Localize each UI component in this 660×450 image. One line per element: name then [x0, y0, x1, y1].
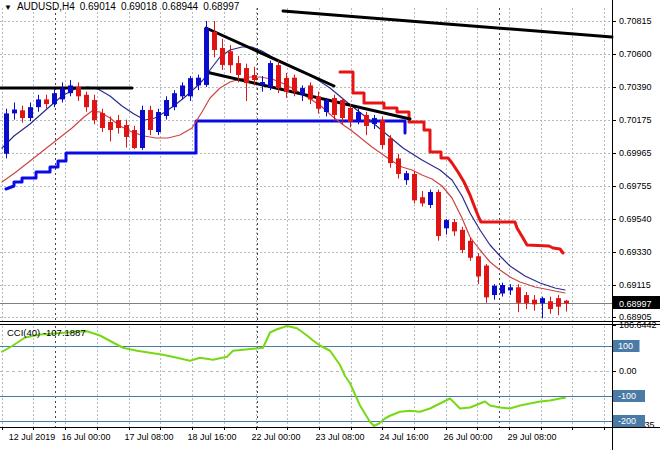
- candle-body: [388, 138, 393, 163]
- indicator-label: CCI(40) -107.1887: [7, 327, 86, 338]
- price-axis-label: 0.69755: [619, 181, 652, 191]
- cci-axis-label: 186.6442: [619, 320, 657, 330]
- candle-body: [44, 99, 49, 104]
- ohlc-close: 0.68997: [203, 1, 239, 12]
- candle-body: [540, 298, 545, 303]
- price-axis-label: 0.69540: [619, 214, 652, 224]
- time-axis-label: 17 Jul 08:00: [124, 432, 173, 442]
- price-chart-canvas[interactable]: 0.708150.706000.703900.701750.699650.697…: [0, 0, 660, 450]
- symbol-period-label: AUDUSD,H4: [17, 1, 75, 12]
- candle-body: [252, 75, 257, 80]
- candle-body: [356, 112, 361, 120]
- candle-body: [332, 98, 337, 115]
- candle-body: [4, 113, 9, 153]
- candle-body: [204, 28, 209, 85]
- candle-body: [92, 100, 97, 120]
- time-axis-label: 12 Jul 2019: [9, 432, 56, 442]
- candle-body: [316, 96, 321, 108]
- candle-body: [564, 301, 569, 304]
- candle-body: [412, 174, 417, 200]
- time-axis-label: 26 Jul 00:00: [443, 432, 492, 442]
- candle-body: [292, 78, 297, 92]
- candle-body: [260, 82, 265, 85]
- candle-body: [140, 110, 145, 148]
- candle-body: [172, 93, 177, 107]
- candle-body: [212, 32, 217, 50]
- candle-body: [76, 87, 81, 96]
- time-axis-label: 23 Jul 08:00: [315, 432, 364, 442]
- candle-body: [188, 78, 193, 96]
- cci-level-label: 100: [618, 341, 633, 351]
- candle-body: [516, 287, 521, 303]
- candle-body: [180, 85, 185, 96]
- candle-body: [228, 51, 233, 65]
- chart-background: [0, 0, 660, 450]
- candle-body: [276, 65, 281, 88]
- price-axis-label: 0.69330: [619, 247, 652, 257]
- time-axis-label: 16 Jul 00:00: [61, 432, 110, 442]
- time-axis-label: 24 Jul 16:00: [379, 432, 428, 442]
- candle-body: [380, 120, 385, 145]
- candle-body: [436, 192, 441, 236]
- candle-body: [420, 197, 425, 203]
- candle-body: [452, 222, 457, 231]
- time-axis-label: 29 Jul 08:00: [507, 432, 556, 442]
- candle-body: [268, 63, 273, 87]
- candle-body: [132, 130, 137, 148]
- candle-body: [84, 95, 89, 107]
- current-price-label: 0.68997: [619, 299, 652, 309]
- price-axis-label: 0.70600: [619, 49, 652, 59]
- chart-window: 0.708150.706000.703900.701750.699650.697…: [0, 0, 660, 450]
- time-axis-label: 18 Jul 16:00: [187, 432, 236, 442]
- candle-body: [220, 48, 225, 65]
- candle-body: [476, 256, 481, 276]
- candle-body: [68, 85, 73, 93]
- candle-body: [148, 110, 153, 130]
- cci-level-label: -100: [618, 391, 636, 401]
- cci-level-label: -200: [618, 416, 636, 426]
- candle-body: [36, 99, 41, 107]
- candle-body: [508, 287, 513, 290]
- candle-body: [548, 301, 553, 309]
- candle-body: [20, 110, 25, 118]
- candle-body: [444, 220, 449, 228]
- time-axis-label: 22 Jul 00:00: [251, 432, 300, 442]
- candle-body: [556, 298, 561, 307]
- candle-body: [460, 230, 465, 250]
- chart-title: ▼AUDUSD,H40.690140.690180.689440.68997: [4, 1, 244, 12]
- candle-body: [348, 108, 353, 122]
- candle-body: [308, 85, 313, 99]
- price-axis-label: 0.69115: [619, 280, 651, 290]
- price-axis-label: 0.70175: [619, 115, 652, 125]
- candle-body: [364, 115, 369, 126]
- candle-body: [284, 78, 289, 92]
- candle-body: [164, 100, 169, 116]
- candle-body: [28, 107, 33, 118]
- candle-body: [12, 110, 17, 114]
- candle-body: [108, 122, 113, 130]
- candle-body: [404, 173, 409, 180]
- candle-body: [116, 120, 121, 128]
- candle-body: [484, 266, 489, 298]
- cci-axis-label: 0.00: [619, 366, 637, 376]
- candle-body: [236, 63, 241, 75]
- candle-body: [428, 192, 433, 205]
- candle-body: [500, 285, 505, 294]
- candle-body: [372, 118, 377, 124]
- candle-body: [60, 89, 65, 100]
- candle-body: [52, 93, 57, 104]
- candle-body: [156, 112, 161, 132]
- candle-body: [524, 295, 529, 303]
- candle-body: [244, 68, 249, 83]
- candle-body: [468, 241, 473, 258]
- candle-body: [340, 100, 345, 118]
- symbol-dropdown-icon[interactable]: ▼: [4, 3, 12, 12]
- candle-body: [300, 88, 305, 95]
- price-axis-label: 0.70815: [619, 16, 652, 26]
- candle-body: [492, 286, 497, 295]
- candle-body: [100, 113, 105, 128]
- candle-body: [324, 100, 329, 112]
- candle-body: [532, 300, 537, 305]
- candle-body: [124, 125, 129, 137]
- price-axis-label: 0.69965: [619, 148, 652, 158]
